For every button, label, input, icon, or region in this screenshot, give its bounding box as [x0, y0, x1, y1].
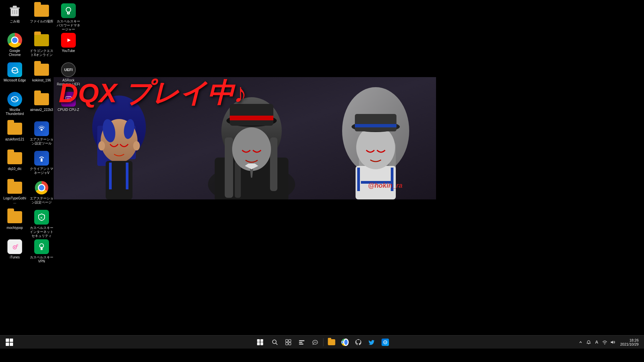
taskbar-start-center[interactable] [252, 336, 268, 349]
taskbar-chat-button[interactable] [309, 336, 322, 349]
wq4 [260, 342, 263, 345]
svg-rect-21 [230, 116, 273, 120]
svg-rect-66 [286, 343, 288, 345]
svg-point-42 [66, 7, 71, 12]
air-station-label: エアステーション設定ツール [30, 137, 53, 145]
desktop-icon-dragonquest[interactable]: ドラゴンクエストXオンライン [28, 31, 55, 59]
desktop-icon-chrome[interactable]: Google Chrome [1, 31, 28, 59]
desktop-icon-kaspersky-internet[interactable]: K カスペルスキー インターネット セキュリティ [28, 208, 55, 240]
taskbar-twitter-button[interactable] [365, 336, 379, 349]
svg-point-32 [356, 126, 395, 169]
widgets-icon [299, 339, 305, 345]
dragonquest-label: ドラゴンクエストXオンライン [30, 49, 53, 57]
desktop-icon-airnavi[interactable]: airnavi2_222b3 [28, 90, 55, 114]
desktop-icon-edge[interactable]: Microsoft Edge [1, 60, 28, 84]
svg-marker-77 [611, 341, 613, 344]
win-quad-3 [6, 343, 9, 346]
svg-point-74 [316, 342, 316, 342]
svg-rect-60 [41, 247, 43, 250]
wq1 [257, 339, 260, 342]
taskbar-winlogo [257, 339, 263, 345]
thunderbird-label: Mozilla Thunderbird [3, 108, 26, 116]
taskbar-center-items [252, 336, 392, 349]
github-icon [355, 339, 362, 346]
svg-rect-29 [357, 168, 360, 191]
kaspersky-pm-icon [61, 3, 76, 18]
taskbar-widgets-button[interactable] [295, 336, 309, 349]
svg-rect-68 [299, 340, 305, 341]
windows-logo [6, 339, 13, 346]
tray-wifi[interactable] [601, 339, 608, 346]
win-quad-1 [6, 339, 9, 342]
taskbar-clock[interactable]: 18:26 2021/10/29 [618, 338, 641, 346]
edge-label: Microsoft Edge [4, 78, 26, 82]
desktop-icon-client-mgr[interactable]: クライアントマネージャV [28, 149, 55, 177]
svg-rect-69 [299, 342, 303, 343]
svg-point-51 [41, 158, 43, 160]
desktop-icon-kaspersky-vpn[interactable]: カスペルスキー VPN [28, 237, 55, 265]
win-quad-2 [10, 339, 13, 342]
taskbar-tray: A 18:26 2021/10/29 [577, 336, 644, 349]
taskbar-explorer-button[interactable] [325, 336, 338, 349]
svg-rect-52 [41, 160, 43, 162]
desktop-icon-dq10[interactable]: dq10_dic [1, 149, 28, 173]
desktop-icon-thunderbird[interactable]: Mozilla Thunderbird [1, 90, 28, 118]
logotype-icon [7, 180, 22, 195]
taskbar-github-button[interactable] [352, 336, 365, 349]
mochipop-label: mochiypop [7, 226, 23, 230]
search-icon [272, 339, 278, 345]
recycle-bin-icon [7, 3, 22, 18]
desktop-icon-logotype[interactable]: LogoTypeGothi... [1, 178, 28, 206]
files-label: ファイルの場所 [30, 19, 53, 23]
airnavi-label: airnavi2_222b3 [30, 108, 53, 112]
desktop-icon-air-station[interactable]: エアステーション設定ツール [28, 119, 55, 147]
taskbar-taskview-button[interactable] [282, 336, 295, 349]
azukifont-label: azukifont121 [5, 137, 24, 141]
taskbar-app-button[interactable] [379, 336, 392, 349]
start-button[interactable] [1, 336, 17, 349]
desktop-icon-kaspersky-pm[interactable]: カスペルスキー パスワードマネージャー [55, 1, 82, 34]
azukifont-icon [7, 121, 22, 136]
itunes-icon [7, 239, 22, 254]
tray-volume[interactable] [609, 339, 616, 346]
tray-chevron[interactable] [577, 339, 584, 346]
tray-notification[interactable] [585, 339, 592, 346]
chrome-label: Google Chrome [3, 49, 26, 57]
itunes-label: iTunes [10, 255, 20, 259]
svg-rect-12 [126, 163, 128, 189]
taskbar-chrome-button[interactable] [338, 336, 352, 349]
logotype-label: LogoTypeGothi... [3, 196, 26, 204]
youtube-label: YouTube [62, 49, 75, 53]
dq10-icon [7, 151, 22, 166]
taskbar: A 18:26 2021/10/29 [0, 335, 644, 349]
recycle-bin-label: ごみ箱 [10, 19, 20, 23]
asrock-icon: UEFI [61, 62, 76, 77]
desktop-icon-kokiinst[interactable]: kokiinst_196 [28, 60, 55, 84]
svg-point-6 [98, 141, 105, 150]
svg-point-73 [315, 342, 315, 342]
kaspersky-pm-label: カスペルスキー パスワードマネージャー [57, 19, 80, 32]
desktop-icon-itunes[interactable]: iTunes [1, 237, 28, 261]
desktop-icon-youtube[interactable]: YouTube [55, 31, 82, 55]
desktop-icon-mochipop[interactable]: mochiypop [1, 208, 28, 232]
dq10-label: dq10_dic [8, 167, 22, 171]
air-page-label: エアステーション設定ページ [30, 196, 53, 204]
desktop-icon-files[interactable]: ファイルの場所 [28, 1, 55, 25]
files-icon [34, 3, 49, 18]
desktop-icon-air-page[interactable]: エアステーション設定ページ [28, 178, 55, 206]
taskbar-chrome-icon [341, 339, 349, 346]
desktop-icon-recycle-bin[interactable]: ごみ箱 [1, 1, 28, 25]
desktop-icon-azukifont[interactable]: azukifont121 [1, 119, 28, 143]
tray-ime[interactable]: A [593, 339, 600, 346]
client-mgr-icon [34, 151, 49, 166]
wq2 [260, 339, 263, 342]
svg-rect-65 [289, 340, 291, 342]
svg-rect-34 [355, 114, 396, 131]
taskview-icon [285, 339, 291, 345]
mochipop-icon [7, 210, 22, 225]
kaspersky-internet-label: カスペルスキー インターネット セキュリティ [30, 226, 53, 238]
svg-point-44 [68, 13, 69, 14]
taskbar-divider [323, 338, 324, 346]
svg-point-76 [604, 343, 605, 344]
taskbar-search-button[interactable] [268, 336, 282, 349]
